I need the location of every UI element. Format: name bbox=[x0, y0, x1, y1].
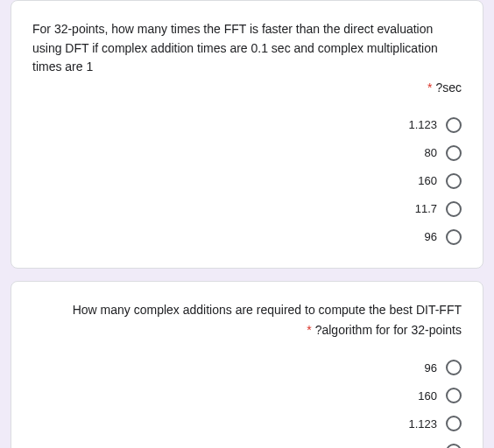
question-tail-text: ?sec bbox=[435, 80, 462, 94]
option-label: 160 bbox=[418, 174, 437, 187]
option-label: 11.7 bbox=[415, 202, 437, 215]
radio-icon[interactable] bbox=[446, 416, 462, 431]
radio-icon[interactable] bbox=[446, 201, 462, 217]
option-row[interactable]: 11.7 bbox=[32, 198, 462, 220]
option-row[interactable]: 160 bbox=[32, 384, 462, 407]
question-card-1: For 32-points, how many times the FFT is… bbox=[11, 0, 483, 269]
option-label: 1.123 bbox=[408, 417, 437, 430]
options-group: 96 160 1.123 80 11.7 bbox=[32, 356, 462, 448]
option-row[interactable]: 96 bbox=[32, 226, 462, 248]
radio-icon[interactable] bbox=[446, 360, 462, 375]
option-row[interactable]: 80 bbox=[32, 440, 462, 448]
option-label: 1.123 bbox=[408, 118, 437, 131]
radio-icon[interactable] bbox=[446, 229, 462, 245]
radio-icon[interactable] bbox=[446, 444, 462, 448]
option-label: 80 bbox=[425, 146, 437, 159]
option-row[interactable]: 160 bbox=[32, 170, 462, 192]
options-group: 1.123 80 160 11.7 96 bbox=[32, 114, 462, 248]
option-label: 96 bbox=[425, 230, 437, 243]
required-asterisk: * bbox=[307, 323, 311, 337]
question-tail: * ?algorithm for for 32-points bbox=[32, 321, 462, 340]
question-text: For 32-points, how many times the FFT is… bbox=[32, 20, 462, 77]
radio-icon[interactable] bbox=[446, 117, 462, 133]
question-tail-text: ?algorithm for for 32-points bbox=[315, 323, 462, 337]
required-asterisk: * bbox=[427, 80, 432, 94]
radio-icon[interactable] bbox=[446, 388, 462, 403]
radio-icon[interactable] bbox=[446, 173, 462, 189]
radio-icon[interactable] bbox=[446, 145, 462, 161]
option-label: 160 bbox=[418, 389, 437, 402]
option-label: 80 bbox=[425, 445, 437, 448]
question-tail: * ?sec bbox=[32, 79, 462, 98]
question-card-2: How many complex additions are required … bbox=[11, 281, 483, 448]
option-row[interactable]: 1.123 bbox=[32, 114, 462, 136]
option-row[interactable]: 80 bbox=[32, 142, 462, 164]
option-label: 96 bbox=[425, 361, 437, 374]
option-row[interactable]: 96 bbox=[32, 356, 462, 379]
option-row[interactable]: 1.123 bbox=[32, 412, 462, 435]
question-text: How many complex additions are required … bbox=[32, 301, 462, 320]
